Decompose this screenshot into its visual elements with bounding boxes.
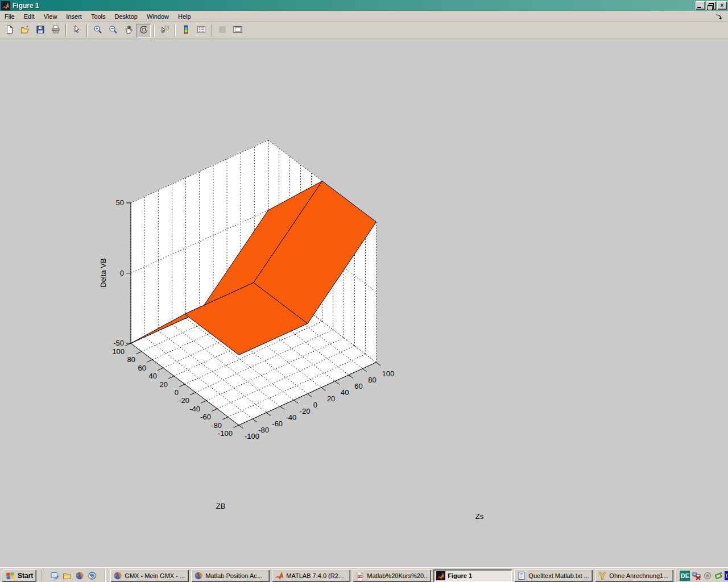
save-button[interactable] — [32, 23, 48, 38]
svg-text:-20: -20 — [300, 407, 311, 415]
figure-toolbar — [0, 22, 728, 39]
window-title: Figure 1 — [13, 2, 694, 10]
gray-box-button[interactable] — [214, 23, 230, 38]
toolbar-separator — [175, 24, 176, 37]
figure-window: Figure 1 × FileEditViewInsertToolsDeskto… — [0, 0, 728, 582]
task-buttons: GMX - Mein GMX - ...Matlab Position Ac..… — [110, 569, 673, 582]
show-desktop-icon[interactable] — [49, 571, 60, 581]
restore-icon — [709, 3, 714, 9]
folder-icon[interactable] — [62, 571, 72, 581]
task-button[interactable]: Ohne Anrechnung1... — [595, 569, 673, 582]
svg-text:40: 40 — [149, 372, 157, 380]
restore-button[interactable] — [706, 1, 716, 10]
volume-icon[interactable] — [702, 571, 712, 581]
svg-text:-80: -80 — [211, 421, 222, 430]
menu-tools[interactable]: Tools — [86, 12, 110, 21]
title-bar[interactable]: Figure 1 × — [0, 0, 728, 11]
task-button[interactable]: GMX - Mein GMX - ... — [110, 569, 189, 582]
task-button[interactable]: Quelltext Matlab.txt ... — [514, 569, 593, 582]
svg-text:100: 100 — [382, 369, 395, 378]
yellow-app-icon — [598, 571, 607, 580]
toolbar-separator — [211, 24, 212, 37]
taskbar-separator — [41, 569, 42, 582]
toolbar-separator — [86, 24, 88, 37]
svg-text:40: 40 — [341, 388, 349, 397]
firefox-icon — [113, 571, 122, 580]
pan-hand-icon — [124, 25, 133, 36]
task-button[interactable]: Matlab%20Kurs%20... — [353, 569, 431, 582]
network-error-icon[interactable] — [692, 571, 701, 581]
zoom-in-icon — [93, 25, 102, 36]
svg-text:60: 60 — [354, 382, 362, 390]
menu-insert[interactable]: Insert — [61, 12, 86, 21]
matlab-icon — [275, 571, 284, 580]
dock-figure-icon[interactable] — [714, 13, 723, 20]
svg-text:-60: -60 — [272, 419, 283, 428]
colorbar-button[interactable] — [178, 23, 193, 38]
figure-canvas: -100-80-60-40-20020406080100-100-80-60-4… — [0, 39, 728, 567]
zlabel: Delta VB — [99, 258, 107, 287]
data-cursor-icon — [160, 25, 169, 36]
menu-desktop[interactable]: Desktop — [110, 12, 142, 21]
svg-text:-50: -50 — [113, 339, 124, 347]
open-folder-icon — [20, 25, 30, 36]
quick-launch — [47, 571, 100, 581]
toolbar-separator — [65, 24, 67, 37]
task-label: GMX - Mein GMX - ... — [125, 572, 185, 579]
task-button[interactable]: MATLAB 7.4.0 (R2... — [272, 569, 350, 582]
pan-hand-button[interactable] — [121, 23, 136, 38]
svg-text:-60: -60 — [200, 413, 211, 421]
usb-eject-icon[interactable] — [713, 571, 723, 581]
svg-text:80: 80 — [368, 376, 376, 384]
minimize-icon — [697, 7, 701, 8]
plot-panel-icon — [233, 25, 242, 36]
rotate-3d-button[interactable] — [136, 23, 151, 38]
svg-text:0: 0 — [120, 269, 124, 277]
zoom-out-button[interactable] — [105, 23, 121, 38]
svg-text:60: 60 — [138, 364, 146, 372]
svg-text:0: 0 — [313, 401, 317, 409]
task-button[interactable]: Figure 1 — [433, 569, 512, 582]
insert-legend-button[interactable] — [193, 23, 209, 38]
svg-text:80: 80 — [127, 355, 135, 364]
task-button[interactable]: Matlab Position Ac... — [191, 569, 270, 582]
matlab-logo-icon — [1, 1, 10, 10]
matlab-figure-icon — [436, 571, 445, 580]
rotate-3d-icon — [139, 25, 148, 36]
surface-plot[interactable]: -100-80-60-40-20020406080100-100-80-60-4… — [0, 39, 728, 567]
language-indicator[interactable]: DE — [680, 571, 690, 581]
data-cursor-button[interactable] — [157, 23, 172, 38]
print-button[interactable] — [48, 23, 63, 38]
close-button[interactable]: × — [717, 1, 727, 10]
wireless-icon[interactable] — [724, 571, 728, 581]
svg-text:-40: -40 — [286, 413, 296, 422]
new-document-button[interactable] — [2, 23, 17, 38]
menu-view[interactable]: View — [39, 12, 62, 21]
text-document-icon — [517, 571, 526, 580]
windows-flag-icon — [5, 571, 15, 581]
svg-text:20: 20 — [327, 394, 335, 403]
svg-text:-20: -20 — [179, 396, 189, 405]
plot-panel-button[interactable] — [230, 23, 245, 38]
task-label: Matlab Position Ac... — [205, 572, 262, 579]
menu-window[interactable]: Window — [142, 12, 173, 21]
pdf-icon — [355, 571, 365, 580]
zoom-in-button[interactable] — [90, 23, 105, 38]
print-icon — [51, 25, 60, 36]
svg-text:-80: -80 — [258, 426, 269, 434]
firefox-icon[interactable] — [75, 571, 85, 581]
task-label: Matlab%20Kurs%20... — [367, 572, 428, 579]
menu-help[interactable]: Help — [173, 12, 196, 21]
internet-explorer-icon[interactable] — [87, 571, 97, 581]
taskbar-separator — [105, 569, 106, 582]
open-folder-button[interactable] — [17, 23, 32, 38]
task-label: Figure 1 — [448, 572, 472, 579]
edit-arrow-button[interactable] — [69, 23, 84, 38]
menu-file[interactable]: File — [0, 12, 19, 21]
edit-arrow-icon — [72, 25, 81, 36]
xlabel: Zs — [475, 512, 484, 521]
minimize-button[interactable] — [696, 1, 705, 10]
start-button[interactable]: Start — [2, 569, 36, 582]
task-label: MATLAB 7.4.0 (R2... — [286, 572, 344, 579]
menu-edit[interactable]: Edit — [19, 12, 39, 21]
